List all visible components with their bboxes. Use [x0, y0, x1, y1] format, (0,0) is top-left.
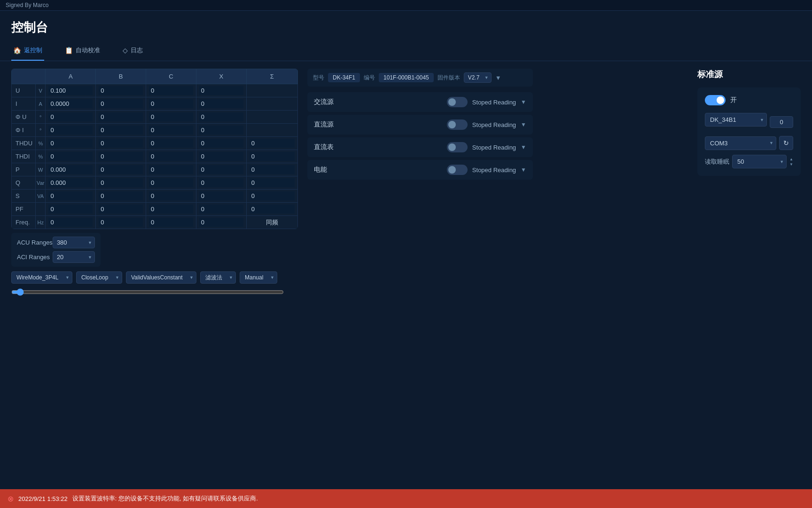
- cell-thdi-sigma[interactable]: [246, 150, 297, 163]
- aci-ranges-wrapper[interactable]: 20 10: [53, 251, 95, 263]
- input-s-c[interactable]: [149, 191, 193, 200]
- cell-i-x[interactable]: [196, 97, 246, 111]
- cell-phi-c[interactable]: [146, 124, 196, 137]
- input-phi-b[interactable]: [99, 126, 143, 135]
- input-thdi-a[interactable]: [48, 152, 93, 161]
- input-phi-a[interactable]: [48, 126, 93, 135]
- input-q-b[interactable]: [99, 178, 143, 187]
- cell-s-sigma[interactable]: [246, 190, 297, 203]
- input-freq-b[interactable]: [99, 218, 143, 227]
- cell-q-c[interactable]: [146, 176, 196, 190]
- input-thdi-c[interactable]: [149, 152, 193, 161]
- input-i-c[interactable]: [149, 99, 193, 108]
- toggle-ac[interactable]: [447, 97, 468, 107]
- input-pf-sigma[interactable]: [250, 205, 295, 214]
- input-pf-b[interactable]: [99, 205, 143, 214]
- input-u-a[interactable]: [48, 86, 93, 95]
- com-select-wrapper[interactable]: COM3 COM1 COM2: [705, 136, 776, 150]
- input-thdu-x[interactable]: [199, 139, 243, 148]
- loop-mode-select[interactable]: CloseLoop OpenLoop: [76, 271, 122, 284]
- input-i-x[interactable]: [199, 99, 243, 108]
- cell-s-a[interactable]: [46, 190, 96, 203]
- cell-q-x[interactable]: [196, 176, 246, 190]
- firmware-dropdown[interactable]: V2.7: [464, 72, 492, 83]
- com-select[interactable]: COM3 COM1 COM2: [705, 136, 776, 150]
- input-u-c[interactable]: [149, 86, 193, 95]
- input-q-sigma[interactable]: [250, 178, 295, 187]
- sleep-up-icon[interactable]: ▲: [789, 157, 793, 161]
- input-u-b[interactable]: [99, 86, 143, 95]
- input-thdi-x[interactable]: [199, 152, 243, 161]
- cell-phu-c[interactable]: [146, 111, 196, 124]
- cell-phi-a[interactable]: [46, 124, 96, 137]
- cell-phi-b[interactable]: [96, 124, 146, 137]
- cell-u-c[interactable]: [146, 84, 196, 97]
- aci-ranges-select[interactable]: 20 10: [53, 251, 95, 263]
- cell-pf-x[interactable]: [196, 203, 246, 216]
- acu-ranges-select[interactable]: 380 220: [53, 237, 95, 248]
- input-thdi-b[interactable]: [99, 152, 143, 161]
- valid-values-wrapper[interactable]: ValidValuesConstant: [126, 271, 196, 284]
- manual-wrapper[interactable]: Manual Auto: [240, 271, 277, 284]
- cell-thdu-c[interactable]: [146, 137, 196, 150]
- input-q-a[interactable]: [48, 178, 93, 187]
- input-phi-x[interactable]: [199, 126, 243, 135]
- input-s-sigma[interactable]: [250, 191, 295, 200]
- firmware-select[interactable]: V2.7: [464, 72, 492, 83]
- power-toggle-btn[interactable]: [705, 95, 726, 105]
- input-phu-c[interactable]: [149, 112, 193, 121]
- input-p-b[interactable]: [99, 165, 143, 174]
- filter-wrapper[interactable]: 滤波法: [200, 271, 236, 284]
- cell-u-a[interactable]: [46, 84, 96, 97]
- cell-phu-b[interactable]: [96, 111, 146, 124]
- cell-s-x[interactable]: [196, 190, 246, 203]
- cell-pf-a[interactable]: [46, 203, 96, 216]
- cell-s-c[interactable]: [146, 190, 196, 203]
- expand-ac-icon[interactable]: ▼: [521, 99, 526, 105]
- nav-item-autocal[interactable]: 📋 自动校准: [63, 40, 102, 61]
- sleep-select[interactable]: 50 100 200: [732, 155, 787, 168]
- input-p-sigma[interactable]: [250, 165, 295, 174]
- cell-freq-c[interactable]: [146, 216, 196, 229]
- input-i-a[interactable]: [48, 99, 93, 108]
- cell-u-b[interactable]: [96, 84, 146, 97]
- input-freq-x[interactable]: [199, 218, 243, 227]
- model-value-input[interactable]: [770, 116, 793, 128]
- input-p-x[interactable]: [199, 165, 243, 174]
- cell-p-a[interactable]: [46, 163, 96, 176]
- input-p-a[interactable]: [48, 165, 93, 174]
- cell-freq-a[interactable]: [46, 216, 96, 229]
- input-phi-c[interactable]: [149, 126, 193, 135]
- cell-phu-a[interactable]: [46, 111, 96, 124]
- nav-item-home[interactable]: 🏠 返控制: [11, 40, 44, 61]
- loop-mode-wrapper[interactable]: CloseLoop OpenLoop: [76, 271, 122, 284]
- cell-i-c[interactable]: [146, 97, 196, 111]
- cell-thdu-a[interactable]: [46, 137, 96, 150]
- input-p-c[interactable]: [149, 165, 193, 174]
- cell-p-c[interactable]: [146, 163, 196, 176]
- acu-ranges-wrapper[interactable]: 380 220: [53, 237, 95, 248]
- toggle-energy[interactable]: [447, 165, 468, 175]
- toggle-dc[interactable]: [447, 119, 468, 130]
- input-pf-c[interactable]: [149, 205, 193, 214]
- cell-phu-x[interactable]: [196, 111, 246, 124]
- input-s-x[interactable]: [199, 191, 243, 200]
- expand-dcmeter-icon[interactable]: ▼: [521, 144, 526, 151]
- expand-energy-icon[interactable]: ▼: [521, 167, 526, 173]
- input-thdu-b[interactable]: [99, 139, 143, 148]
- input-thdu-c[interactable]: [149, 139, 193, 148]
- cell-pf-b[interactable]: [96, 203, 146, 216]
- refresh-button[interactable]: ↻: [779, 136, 793, 150]
- input-q-x[interactable]: [199, 178, 243, 187]
- input-s-a[interactable]: [48, 191, 93, 200]
- input-thdu-sigma[interactable]: [250, 139, 295, 148]
- cell-pf-sigma[interactable]: [246, 203, 297, 216]
- nav-item-log[interactable]: ◇ 日志: [121, 40, 145, 61]
- main-slider[interactable]: [11, 288, 284, 296]
- cell-q-b[interactable]: [96, 176, 146, 190]
- cell-thdu-sigma[interactable]: [246, 137, 297, 150]
- input-thdu-a[interactable]: [48, 139, 93, 148]
- input-q-c[interactable]: [149, 178, 193, 187]
- cell-s-b[interactable]: [96, 190, 146, 203]
- cell-p-x[interactable]: [196, 163, 246, 176]
